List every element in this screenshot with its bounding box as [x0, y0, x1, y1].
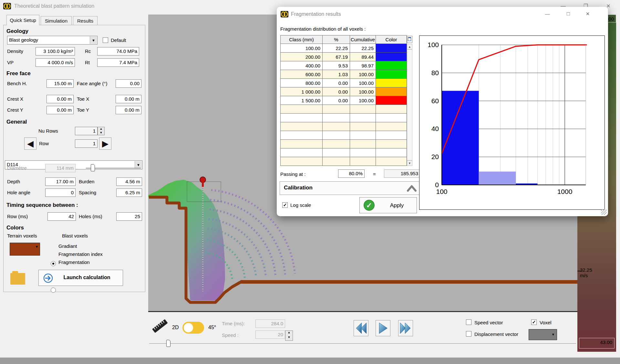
geology-preset-combobox[interactable]: Blast geology ▼: [7, 36, 98, 45]
crest-x-field[interactable]: 0.00 m: [46, 95, 74, 103]
scroll-down-icon[interactable]: ▼: [407, 160, 412, 166]
table-row[interactable]: [281, 105, 407, 114]
col-cumulative[interactable]: Cumulative: [350, 35, 376, 44]
log-scale-label: Log scale: [290, 202, 311, 208]
burden-field[interactable]: 4.56 m: [116, 177, 142, 186]
colors-header: Colors: [6, 225, 24, 231]
timeline-thumb[interactable]: [166, 340, 170, 347]
crest-y-field[interactable]: 0.00 m: [46, 106, 74, 114]
nu-rows-field[interactable]: 1: [75, 127, 98, 135]
speed-spinner[interactable]: ▲▼: [285, 330, 293, 341]
spin-up-icon[interactable]: ▲: [285, 331, 293, 336]
row-prev-button[interactable]: ◀: [24, 137, 36, 150]
table-row[interactable]: [281, 140, 407, 148]
timing-header: Timing sequence between :: [6, 202, 78, 208]
table-row[interactable]: 200.0067.1989.44: [281, 53, 407, 61]
face-angle-label: Face angle (°): [77, 81, 107, 86]
col-class[interactable]: Class (mm): [281, 35, 323, 44]
log-scale-checkbox[interactable]: ✓: [282, 202, 288, 208]
passing-pct-field[interactable]: 80.0%: [338, 169, 365, 178]
fragmentation-table[interactable]: Class (mm) % Cumulative Color 100.0022.2…: [280, 35, 407, 166]
calibration-panel-header[interactable]: Calibration: [280, 181, 420, 195]
table-row[interactable]: 1 500.000.00100.00: [281, 96, 407, 105]
frag-table-body: 100.0022.2522.25200.0067.1989.44400.009.…: [281, 44, 407, 166]
dialog-minimize-button[interactable]: —: [542, 10, 552, 18]
folder-icon[interactable]: [10, 270, 26, 285]
rt-field[interactable]: 7.4 MPa: [97, 58, 139, 67]
table-row[interactable]: 1 000.000.00100.00: [281, 87, 407, 96]
launch-calculation-button[interactable]: Launch calculation: [38, 270, 123, 286]
geology-header: Geology: [6, 28, 28, 35]
table-row[interactable]: [281, 131, 407, 140]
mode-2d-label: 2D: [172, 325, 179, 330]
scroll-up-icon[interactable]: ▲: [407, 44, 412, 49]
row-next-button[interactable]: ▶: [99, 137, 111, 150]
row-field[interactable]: 1: [75, 139, 98, 148]
tab-results[interactable]: Results: [73, 16, 98, 25]
voxel-checkbox[interactable]: ✓: [531, 319, 537, 325]
fast-forward-button[interactable]: [398, 320, 413, 336]
spin-down-icon[interactable]: ▼: [285, 336, 293, 340]
svg-text:100: 100: [436, 188, 447, 195]
terrain-color-dropdown[interactable]: ▼: [10, 243, 40, 256]
vp-field[interactable]: 4 000.0 m/s: [36, 58, 75, 67]
default-checkbox[interactable]: [103, 37, 108, 43]
tab-quick-setup[interactable]: Quick Setup: [6, 15, 39, 25]
radio-gradiant[interactable]: [51, 261, 56, 266]
displacement-vector-checkbox[interactable]: [466, 331, 471, 337]
row-ms-field[interactable]: 42: [47, 212, 76, 221]
chevron-down-icon[interactable]: ▼: [90, 36, 97, 44]
toe-y-field[interactable]: 0.00 m: [116, 106, 141, 114]
col-color[interactable]: Color: [376, 35, 407, 44]
app-logo-icon: [3, 2, 11, 10]
tab-simulation[interactable]: Simulation: [41, 16, 72, 25]
rc-field[interactable]: 74.0 MPa: [97, 47, 139, 56]
table-row[interactable]: [281, 148, 407, 157]
spacing-field[interactable]: 6.25 m: [116, 188, 142, 197]
apply-button[interactable]: ✓ Apply: [359, 197, 417, 213]
radio-fragmentation[interactable]: [51, 288, 56, 293]
crest-y-label: Crest Y: [7, 107, 23, 113]
table-row[interactable]: 100.0022.2522.25: [281, 44, 407, 53]
table-row[interactable]: [281, 157, 407, 166]
table-row[interactable]: 800.000.00100.00: [281, 79, 407, 87]
timeline-track[interactable]: [149, 343, 576, 344]
table-row[interactable]: 600.001.03100.00: [281, 70, 407, 79]
density-field[interactable]: 3 100.0 kg/m³: [36, 47, 75, 56]
ruler-icon[interactable]: [151, 317, 169, 335]
col-pct[interactable]: %: [323, 35, 350, 44]
depth-label: Depth: [7, 179, 20, 184]
copy-table-icon[interactable]: [407, 36, 412, 43]
nu-rows-label: Nu Rows: [38, 128, 58, 134]
svg-text:20: 20: [431, 153, 439, 160]
table-scrollbar[interactable]: [407, 49, 412, 160]
play-button[interactable]: [376, 320, 390, 336]
speed-vector-checkbox[interactable]: [466, 319, 471, 325]
svg-text:100: 100: [428, 41, 439, 48]
depth-field[interactable]: 17.00 m: [45, 177, 76, 186]
dialog-title: Fragmentation results: [291, 11, 341, 17]
table-row[interactable]: [281, 122, 407, 131]
voxel-color-dropdown[interactable]: ▼: [529, 329, 557, 340]
spin-down-icon[interactable]: ▼: [98, 131, 104, 135]
speed-field[interactable]: 20: [255, 330, 285, 339]
holes-ms-field[interactable]: 25: [116, 212, 142, 221]
table-row[interactable]: [281, 114, 407, 122]
chevron-down-icon: ▼: [552, 333, 555, 336]
table-row[interactable]: 400.009.5398.97: [281, 61, 407, 70]
face-angle-field[interactable]: 0.00: [116, 79, 141, 88]
resize-grip-icon[interactable]: [601, 209, 607, 215]
hole-angle-field[interactable]: 0: [45, 188, 76, 197]
bench-field[interactable]: 15.00 m: [46, 79, 74, 88]
time-field: 284.0: [255, 319, 285, 328]
toe-x-field[interactable]: 0.00 m: [116, 95, 141, 103]
rewind-button[interactable]: [354, 320, 368, 336]
spin-up-icon[interactable]: ▲: [98, 127, 104, 131]
nu-rows-spinner[interactable]: ▲▼: [98, 127, 105, 135]
view-toggle[interactable]: [182, 322, 204, 334]
dialog-close-button[interactable]: ✕: [583, 10, 593, 18]
diameter-slider-thumb[interactable]: [91, 164, 95, 171]
window-title: Theoretical blast pattern simulation: [14, 3, 94, 9]
dialog-maximize-button[interactable]: □: [563, 10, 573, 18]
chevron-up-icon[interactable]: [407, 184, 417, 192]
